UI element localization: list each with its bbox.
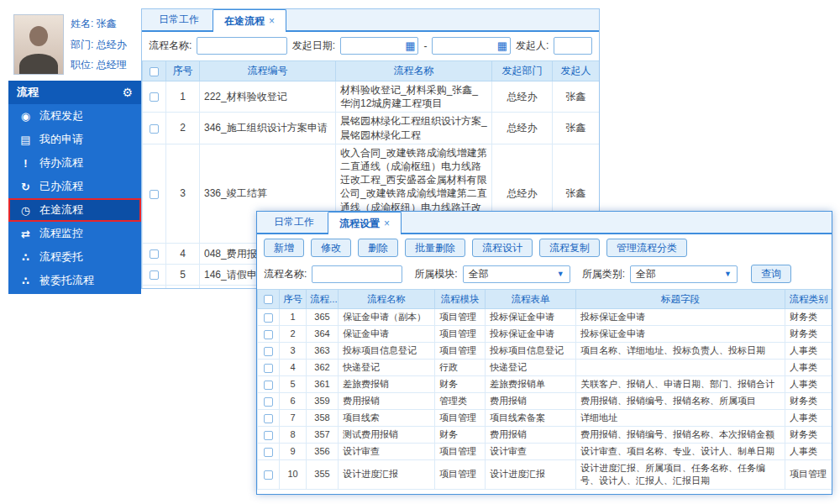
sidebar-item-process-start[interactable]: ◉ 流程发起	[8, 104, 141, 128]
row-checkbox[interactable]	[150, 249, 159, 259]
process-name-input[interactable]	[312, 265, 402, 283]
batch-delete-button[interactable]: 批量删除	[405, 239, 465, 257]
table-row[interactable]: 9 356 设计审查 项目管理 设计审查 设计审查、项目名称、专业、设计人、制单…	[258, 444, 832, 460]
row-checkbox[interactable]	[264, 431, 273, 440]
table-row[interactable]: 5 361 差旅费报销 财务 差旅费报销单 关联客户、报销人、申请日期、部门、报…	[258, 376, 832, 393]
table-row[interactable]: 1 222_材料验收登记 材料验收登记_材料采购_张鑫_华润12城房建工程项目 …	[143, 81, 600, 113]
chevron-down-icon: ▼	[557, 270, 564, 278]
row-checkbox[interactable]	[264, 330, 273, 339]
tab-bar: 日常工作 在途流程×	[142, 9, 599, 32]
edit-button[interactable]: 修改	[311, 239, 351, 257]
org-chart-icon: ∴	[19, 275, 32, 287]
sidebar-item-process-monitor[interactable]: ⇄ 流程监控	[8, 222, 141, 245]
col-initiating-dept: 发起部门	[492, 61, 553, 81]
avatar	[29, 26, 48, 46]
sidebar-item-label: 我的申请	[39, 132, 83, 147]
sidebar-item-label: 流程发起	[39, 108, 83, 123]
profile-department: 部门: 总经办	[71, 38, 127, 52]
start-date-label: 发起日期:	[292, 39, 335, 53]
table-row[interactable]: 1 365 保证金申请（副本） 项目管理 投标保证金申请 投标保证金申请 财务类	[258, 309, 832, 326]
table-row[interactable]: 4 362 快递登记 行政 快递登记 人事类	[258, 360, 832, 376]
row-checkbox[interactable]	[150, 92, 159, 102]
calendar-icon[interactable]: ▦	[497, 40, 507, 51]
table-row[interactable]: 6 359 费用报销 管理类 费用报销 费用报销、报销编号、报销名称、所属项目 …	[258, 393, 832, 410]
process-name-input[interactable]	[197, 37, 286, 55]
initiator-label: 发起人:	[516, 39, 549, 53]
row-checkbox[interactable]	[264, 470, 273, 480]
category-select[interactable]: 全部 ▼	[630, 265, 738, 283]
col-process-code: 流程编号	[200, 61, 336, 81]
filter-row: 流程名称: 发起日期: ▦ - ▦ 发起人:	[142, 32, 599, 60]
sidebar-item-label: 流程委托	[39, 249, 83, 265]
table-row[interactable]: 2 364 保证金申请 项目管理 投标保证金申请 投标保证金申请 财务类	[258, 326, 832, 343]
process-copy-button[interactable]: 流程复制	[539, 239, 600, 257]
filter-row: 流程名称: 所属模块: 全部 ▼ 所属类别: 全部 ▼ 查询	[257, 260, 832, 288]
col-seq: 序号	[280, 290, 307, 309]
sidebar-item-label: 在途流程	[39, 202, 83, 218]
tab-process-settings[interactable]: 流程设置×	[328, 212, 402, 234]
module-select[interactable]: 全部 ▼	[463, 265, 570, 283]
sidebar-item-my-applications[interactable]: ▤ 我的申请	[8, 128, 141, 151]
broadcast-icon: ◉	[19, 110, 32, 123]
alert-icon: !	[19, 157, 32, 170]
process-settings-panel: 日常工作 流程设置× 新增 修改 删除 批量删除 流程设计 流程复制 管理流程分…	[256, 211, 832, 495]
process-name-label: 流程名称:	[264, 267, 307, 281]
tab-daily-work[interactable]: 日常工作	[263, 212, 325, 233]
initiator-input[interactable]	[554, 37, 592, 55]
add-button[interactable]: 新增	[264, 239, 304, 257]
table-row[interactable]: 8 357 测试费用报销 财务 费用报销 费用报销、报销编号、报销名称、本次报销…	[258, 427, 832, 444]
table-row[interactable]: 10 355 设计进度汇报 项目管理 设计进度汇报 设计进度汇报、所属项目、任务…	[258, 460, 832, 490]
clock-icon: ◷	[19, 204, 32, 217]
sidebar-item-label: 待办流程	[39, 155, 83, 171]
col-initiator: 发起人	[553, 61, 600, 81]
section-title: 流程	[17, 85, 39, 100]
tab-daily-work[interactable]: 日常工作	[148, 9, 210, 30]
document-icon: ▤	[19, 134, 32, 146]
table-row[interactable]: 2 346_施工组织设计方案申请 晨铭园林绿化工程组织设计方案_晨铭园林绿化工程…	[143, 113, 600, 144]
row-checkbox[interactable]	[264, 414, 273, 423]
tab-close-icon[interactable]: ×	[384, 218, 390, 229]
gear-icon[interactable]: ⚙	[122, 86, 133, 99]
col-seq: 序号	[166, 61, 200, 81]
row-checkbox[interactable]	[264, 364, 273, 373]
tab-close-icon[interactable]: ×	[269, 15, 275, 27]
manage-category-button[interactable]: 管理流程分类	[606, 239, 687, 257]
select-all-checkbox[interactable]	[150, 67, 159, 76]
process-section-header: 流程 ⚙	[8, 81, 141, 104]
tab-in-transit-processes[interactable]: 在途流程×	[213, 9, 286, 32]
sidebar-item-completed-processes[interactable]: ↻ 已办流程	[8, 175, 141, 198]
sidebar-item-label: 流程监控	[39, 226, 83, 241]
table-row[interactable]: 3 363 投标项目信息登记 项目管理 投标项目信息登记 项目名称、详细地址、投…	[258, 343, 832, 360]
delete-button[interactable]: 删除	[358, 239, 398, 257]
date-to-input[interactable]: ▦	[432, 37, 510, 55]
category-select-value: 全部	[636, 267, 656, 281]
module-label: 所属模块:	[414, 267, 457, 281]
process-design-button[interactable]: 流程设计	[472, 239, 533, 257]
table-row[interactable]: 7 358 项目线索 项目管理 项目线索备案 详细地址 人事类	[258, 410, 832, 427]
process-name-label: 流程名称:	[149, 39, 192, 53]
col-title-field: 标题字段	[576, 290, 785, 309]
chevron-down-icon: ▼	[724, 270, 732, 278]
calendar-icon[interactable]: ▦	[405, 40, 415, 51]
sidebar-item-label: 被委托流程	[39, 273, 94, 288]
search-button[interactable]: 查询	[751, 265, 791, 283]
sidebar-item-pending-processes[interactable]: ! 待办流程	[8, 151, 141, 175]
row-checkbox[interactable]	[264, 381, 273, 390]
toolbar: 新增 修改 删除 批量删除 流程设计 流程复制 管理流程分类	[257, 234, 832, 260]
row-checkbox[interactable]	[264, 448, 273, 457]
row-checkbox[interactable]	[264, 347, 273, 356]
select-all-checkbox[interactable]	[264, 295, 273, 304]
row-checkbox[interactable]	[150, 124, 159, 134]
date-from-input[interactable]: ▦	[340, 37, 418, 55]
sidebar-item-in-transit-processes[interactable]: ◷ 在途流程	[8, 198, 141, 222]
category-label: 所属类别:	[582, 267, 625, 281]
process-settings-table: 序号 流程... 流程名称 流程模块 流程表单 标题字段 流程类别 1 365 …	[257, 289, 832, 490]
row-checkbox[interactable]	[264, 397, 273, 407]
row-checkbox[interactable]	[150, 270, 159, 280]
sidebar-item-process-delegation[interactable]: ∴ 流程委托	[8, 245, 141, 269]
row-checkbox[interactable]	[150, 190, 159, 199]
col-process-name: 流程名称	[336, 61, 492, 81]
row-checkbox[interactable]	[264, 313, 273, 323]
profile-title: 职位: 总经理	[71, 58, 127, 72]
sidebar-item-delegated-processes[interactable]: ∴ 被委托流程	[8, 269, 141, 292]
